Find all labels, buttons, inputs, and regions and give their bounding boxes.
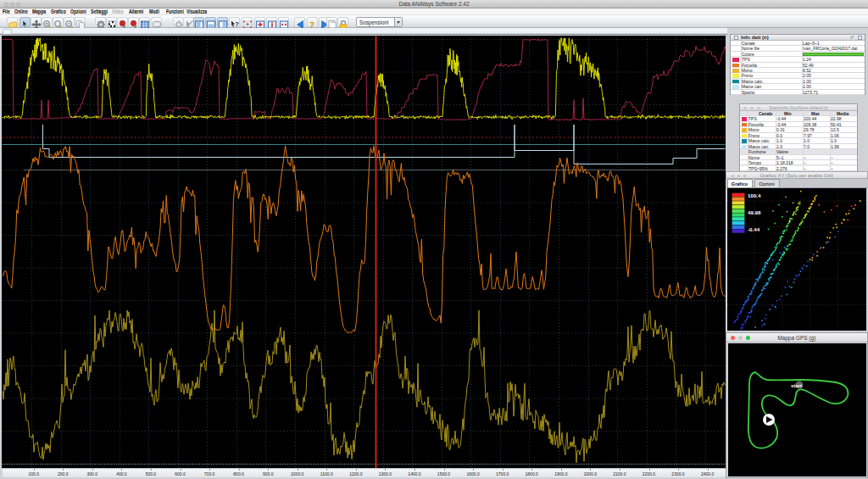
svg-text:-0.44: -0.44 — [748, 226, 760, 232]
svg-text:100.4: 100.4 — [748, 192, 761, 198]
svg-text:49.98: 49.98 — [748, 209, 761, 215]
svg-text:start: start — [791, 383, 802, 388]
svg-text:?: ? — [235, 20, 239, 28]
